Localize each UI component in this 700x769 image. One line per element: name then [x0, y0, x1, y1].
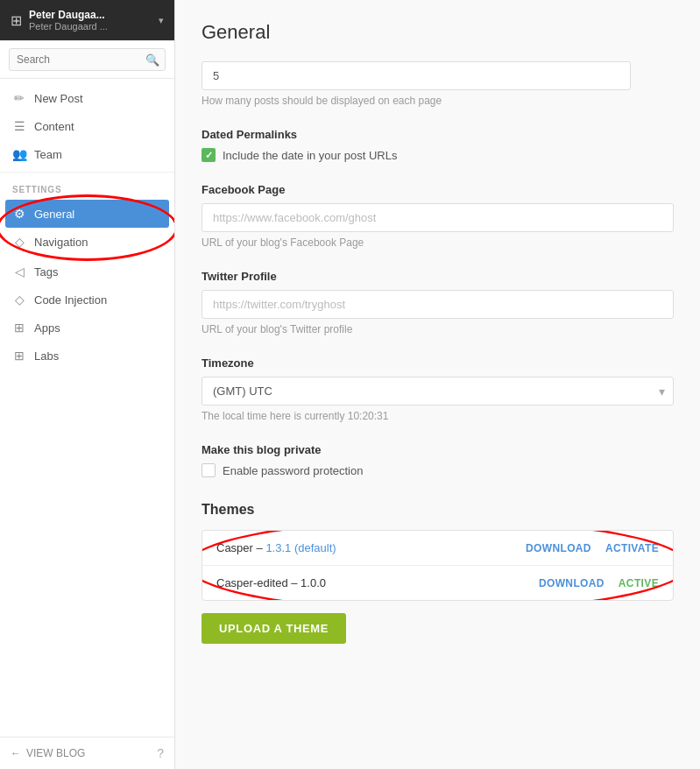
- casper-edited-active-badge: ACTIVE: [619, 577, 659, 589]
- sidebar-item-team[interactable]: 👥 Team: [0, 140, 174, 168]
- theme-row-casper: Casper – 1.3.1 (default) DOWNLOAD ACTIVA…: [202, 531, 673, 566]
- facebook-page-hint: URL of your blog's Facebook Page: [202, 236, 674, 249]
- themes-list: Casper – 1.3.1 (default) DOWNLOAD ACTIVA…: [202, 530, 674, 601]
- sidebar-user-name: Peter Daugaa...: [29, 9, 108, 21]
- private-blog-section: Make this blog private Enable password p…: [202, 443, 674, 477]
- dated-permalinks-checkbox-row: Include the date in your post URLs: [202, 148, 674, 162]
- sidebar-item-code-injection[interactable]: ◇ Code Injection: [0, 286, 174, 314]
- tags-icon: ◁: [12, 265, 26, 279]
- sidebar-search-wrapper: 🔍: [0, 41, 174, 79]
- sidebar-footer: ← VIEW BLOG ?: [0, 737, 174, 769]
- sidebar-item-label: Tags: [34, 265, 58, 279]
- timezone-hint: The local time here is currently 10:20:3…: [202, 410, 674, 422]
- password-protection-checkbox-row: Enable password protection: [202, 463, 674, 477]
- apps-icon: ⊞: [12, 321, 26, 335]
- timezone-select[interactable]: (GMT) UTC: [202, 377, 674, 406]
- facebook-page-section: Facebook Page URL of your blog's Faceboo…: [202, 183, 674, 249]
- password-protection-label: Enable password protection: [223, 464, 363, 477]
- timezone-section: Timezone (GMT) UTC ▾ The local time here…: [202, 356, 674, 422]
- sidebar-item-general[interactable]: ⚙ General: [5, 200, 169, 228]
- view-blog-button[interactable]: ← VIEW BLOG: [11, 747, 85, 759]
- posts-per-page-input[interactable]: [202, 61, 631, 90]
- twitter-profile-hint: URL of your blog's Twitter profile: [202, 323, 674, 335]
- content-icon: ☰: [12, 119, 26, 133]
- sidebar-header-left: ⊞ Peter Daugaa... Peter Daugaard ...: [11, 9, 108, 32]
- help-button[interactable]: ?: [157, 746, 164, 760]
- themes-section: Themes Casper – 1.3.1 (default) DOWNLOAD…: [202, 502, 674, 644]
- dated-permalinks-checkbox-label: Include the date in your post URLs: [223, 149, 397, 162]
- sidebar-item-label: Code Injection: [34, 293, 107, 307]
- grid-icon: ⊞: [11, 12, 22, 29]
- theme-casper-edited-name: Casper-edited – 1.0.0: [216, 576, 539, 589]
- sidebar-item-apps[interactable]: ⊞ Apps: [0, 314, 174, 342]
- sidebar-item-label: Team: [34, 148, 62, 161]
- private-blog-label: Make this blog private: [202, 443, 674, 456]
- sidebar-item-content[interactable]: ☰ Content: [0, 112, 174, 140]
- view-blog-label: VIEW BLOG: [26, 747, 85, 759]
- general-icon: ⚙: [12, 207, 26, 221]
- navigation-icon: ◇: [12, 235, 26, 249]
- search-input[interactable]: [9, 48, 166, 71]
- theme-row-casper-edited: Casper-edited – 1.0.0 DOWNLOAD ACTIVE: [202, 566, 673, 600]
- sidebar-nav: ✏ New Post ☰ Content 👥 Team SETTINGS ⚙ G…: [0, 79, 174, 737]
- sidebar-item-tags[interactable]: ◁ Tags: [0, 258, 174, 286]
- casper-edited-download-button[interactable]: DOWNLOAD: [539, 577, 605, 589]
- posts-per-page-section: How many posts should be displayed on ea…: [202, 61, 674, 107]
- settings-section-label: SETTINGS: [0, 176, 174, 198]
- sidebar-item-new-post[interactable]: ✏ New Post: [0, 84, 174, 112]
- twitter-profile-section: Twitter Profile URL of your blog's Twitt…: [202, 270, 674, 335]
- sidebar-header: ⊞ Peter Daugaa... Peter Daugaard ... ▾: [0, 0, 174, 41]
- help-icon: ?: [157, 746, 164, 760]
- twitter-profile-label: Twitter Profile: [202, 270, 674, 283]
- sidebar-item-label: Navigation: [34, 236, 88, 249]
- theme-casper-name: Casper – 1.3.1 (default): [216, 541, 526, 554]
- labs-icon: ⊞: [12, 349, 26, 363]
- sidebar-item-label: General: [34, 208, 74, 221]
- search-icon: 🔍: [145, 53, 159, 67]
- sidebar-user: Peter Daugaa... Peter Daugaard ...: [29, 9, 108, 32]
- sidebar-item-navigation[interactable]: ◇ Navigation: [0, 228, 174, 256]
- main-content: General How many posts should be display…: [175, 0, 700, 769]
- facebook-page-label: Facebook Page: [202, 183, 674, 196]
- casper-download-button[interactable]: DOWNLOAD: [526, 542, 591, 554]
- theme-casper-version-link[interactable]: 1.3.1 (default): [265, 541, 336, 554]
- team-icon: 👥: [12, 147, 26, 161]
- new-post-icon: ✏: [12, 91, 26, 105]
- dated-permalinks-label: Dated Permalinks: [202, 128, 674, 141]
- timezone-label: Timezone: [202, 356, 674, 370]
- user-menu-chevron-icon[interactable]: ▾: [159, 15, 164, 26]
- twitter-profile-input[interactable]: [202, 290, 674, 319]
- themes-title: Themes: [202, 502, 674, 518]
- page-title: General: [202, 21, 674, 44]
- sidebar-item-label: Content: [34, 120, 74, 133]
- sidebar-item-labs[interactable]: ⊞ Labs: [0, 342, 174, 370]
- sidebar-item-label: Apps: [34, 321, 60, 335]
- dated-permalinks-checkbox[interactable]: [202, 148, 216, 162]
- arrow-left-icon: ←: [11, 747, 21, 759]
- sidebar-item-label: New Post: [34, 92, 83, 105]
- sidebar-user-sub: Peter Daugaard ...: [29, 21, 108, 32]
- password-protection-checkbox[interactable]: [202, 463, 216, 477]
- sidebar: ⊞ Peter Daugaa... Peter Daugaard ... ▾ 🔍…: [0, 0, 175, 769]
- casper-activate-button[interactable]: ACTIVATE: [605, 542, 659, 554]
- code-injection-icon: ◇: [12, 293, 26, 307]
- timezone-select-wrapper: (GMT) UTC ▾: [202, 377, 674, 406]
- sidebar-item-label: Labs: [34, 349, 59, 363]
- upload-theme-button[interactable]: UPLOAD A THEME: [202, 613, 346, 644]
- posts-per-page-hint: How many posts should be displayed on ea…: [202, 95, 674, 107]
- facebook-page-input[interactable]: [202, 203, 674, 232]
- dated-permalinks-section: Dated Permalinks Include the date in you…: [202, 128, 674, 162]
